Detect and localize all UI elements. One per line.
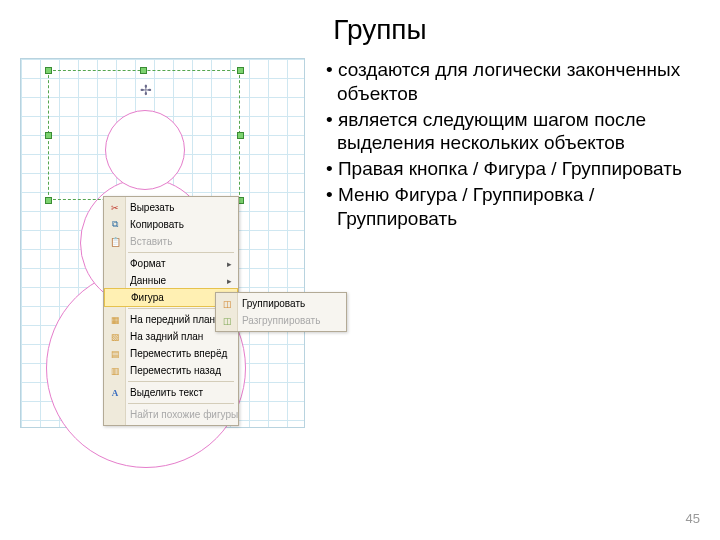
bullet-item: является следующим шагом после выделения…: [326, 108, 700, 156]
selection-handle[interactable]: [140, 67, 147, 74]
menu-label: Вырезать: [130, 202, 174, 213]
bullet-item: создаются для логически законченных объе…: [326, 58, 700, 106]
slide-title: Группы: [40, 0, 720, 52]
move-cursor-icon: ✢: [140, 82, 152, 98]
submenu-group[interactable]: ◫ Группировать: [216, 295, 346, 312]
menu-move-backward[interactable]: ▥ Переместить назад: [104, 362, 238, 379]
menu-separator: [128, 403, 234, 404]
send-back-icon: ▧: [108, 330, 122, 344]
menu-label: Группировать: [242, 298, 305, 309]
bullet-item: Правая кнопка / Фигура / Группировать: [326, 157, 700, 181]
menu-label: Разгруппировать: [242, 315, 320, 326]
menu-label: Найти похожие фигуры: [130, 409, 238, 420]
copy-icon: ⧉: [108, 218, 122, 232]
menu-label: Выделить текст: [130, 387, 203, 398]
menu-move-forward[interactable]: ▤ Переместить вперёд: [104, 345, 238, 362]
menu-label: Переместить назад: [130, 365, 221, 376]
submenu-arrow-icon: ▸: [227, 276, 232, 286]
selection-handle[interactable]: [45, 132, 52, 139]
submenu-arrow-icon: ▸: [227, 259, 232, 269]
menu-paste: 📋 Вставить: [104, 233, 238, 250]
figure-submenu: ◫ Группировать ◫ Разгруппировать: [215, 292, 347, 332]
group-icon: ◫: [220, 297, 234, 311]
menu-label: Вставить: [130, 236, 172, 247]
menu-cut[interactable]: ✂ Вырезать: [104, 199, 238, 216]
content-row: ✢ ✂ Вырезать ⧉ Копировать 📋 Вставить: [0, 52, 720, 448]
menu-select-text[interactable]: A Выделить текст: [104, 384, 238, 401]
menu-separator: [128, 381, 234, 382]
move-backward-icon: ▥: [108, 364, 122, 378]
menu-label: Переместить вперёд: [130, 348, 227, 359]
bring-front-icon: ▦: [108, 313, 122, 327]
bullet-item: Меню Фигура / Группировка / Группировать: [326, 183, 700, 231]
submenu-ungroup: ◫ Разгруппировать: [216, 312, 346, 329]
menu-separator: [128, 252, 234, 253]
menu-label: На задний план: [130, 331, 203, 342]
selection-handle[interactable]: [237, 132, 244, 139]
paste-icon: 📋: [108, 235, 122, 249]
menu-label: Данные: [130, 275, 166, 286]
menu-label: Фигура: [131, 292, 164, 303]
ungroup-icon: ◫: [220, 314, 234, 328]
menu-data[interactable]: Данные ▸: [104, 272, 238, 289]
selection-handle[interactable]: [237, 67, 244, 74]
page-number: 45: [686, 511, 700, 526]
scissors-icon: ✂: [108, 201, 122, 215]
visio-screenshot: ✢ ✂ Вырезать ⧉ Копировать 📋 Вставить: [10, 58, 320, 448]
menu-label: Копировать: [130, 219, 184, 230]
selection-handle[interactable]: [45, 67, 52, 74]
move-forward-icon: ▤: [108, 347, 122, 361]
menu-label: Формат: [130, 258, 166, 269]
selection-handle[interactable]: [45, 197, 52, 204]
menu-format[interactable]: Формат ▸: [104, 255, 238, 272]
menu-copy[interactable]: ⧉ Копировать: [104, 216, 238, 233]
menu-label: На передний план: [130, 314, 215, 325]
text-icon: A: [108, 386, 122, 400]
bullet-list: создаются для логически законченных объе…: [326, 52, 710, 448]
menu-find-similar: Найти похожие фигуры: [104, 406, 238, 423]
